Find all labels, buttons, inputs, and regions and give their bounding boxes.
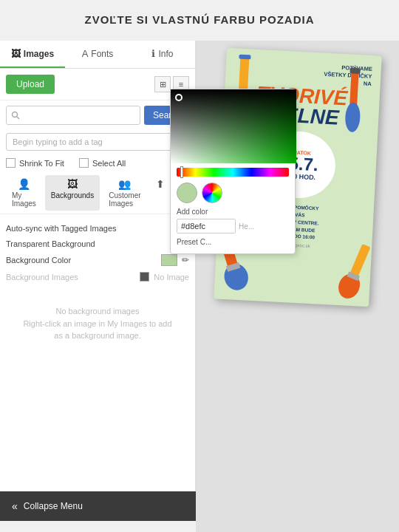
info-tab-icon: ℹ (151, 48, 155, 59)
hex-row: He... (171, 216, 295, 236)
tab-fonts[interactable]: A Fonts (65, 41, 130, 68)
shrink-to-fit-checkbox[interactable]: Shrink To Fit (6, 158, 64, 168)
select-all-checkbox[interactable]: Select All (79, 158, 126, 168)
add-color-label: Add color (171, 208, 295, 216)
color-swatch-row (171, 180, 295, 206)
bg-images-row: Background Images No Image (6, 269, 189, 284)
customer-icon: 👥 (118, 178, 131, 190)
collapse-menu-button[interactable]: « Collapse Menu (0, 491, 196, 521)
auto-sync-label: Auto-sync with Tagged Images (6, 224, 175, 233)
auto-sync-row: Auto-sync with Tagged Images (6, 220, 189, 236)
color-gradient[interactable] (171, 89, 296, 163)
brush-decoration-tr (334, 65, 375, 140)
select-all-label: Select All (92, 159, 126, 168)
backgrounds-icon: 🖼 (67, 178, 78, 190)
shrink-to-fit-label: Shrink To Fit (19, 159, 64, 168)
image-type-tabs: 👤 MyImages 🖼 Backgrounds 👥 CustomerImage… (0, 171, 195, 214)
tag-placeholder: Begin typing to add a tag (13, 137, 103, 146)
no-background-message: No background images Right-click an imag… (0, 290, 195, 357)
grid-view-button[interactable]: ⊞ (154, 76, 171, 92)
bg-color-row: Background Color ✏ (6, 251, 189, 269)
search-input[interactable] (6, 106, 140, 125)
backgrounds-tab[interactable]: 🖼 Backgrounds (45, 175, 100, 211)
bg-color-swatch[interactable] (161, 254, 177, 266)
hue-bar[interactable] (177, 168, 289, 177)
transparent-bg-row: Transparent Background (6, 236, 189, 251)
backgrounds-label: Backgrounds (51, 191, 94, 200)
color-cursor (175, 94, 183, 101)
tab-info[interactable]: ℹ Info (130, 41, 195, 68)
tab-info-label: Info (158, 49, 173, 59)
bg-images-label: Background Images (6, 273, 135, 282)
svg-rect-5 (349, 68, 360, 75)
preset-label: Preset C... (171, 236, 295, 248)
search-row: Search (0, 100, 195, 130)
checkboxes-row: Shrink To Fit Select All (0, 155, 195, 171)
hex-input[interactable] (177, 219, 236, 233)
tag-input[interactable]: Begin typing to add a tag ▼ (6, 133, 189, 151)
rainbow-swatch[interactable] (202, 183, 222, 203)
toolbar: Upload ⊞ ≡ (0, 69, 195, 100)
my-images-label: MyImages (12, 191, 36, 208)
left-panel: 🖼 Images A Fonts ℹ Info Upload ⊞ ≡ Searc… (0, 41, 196, 521)
upload-button[interactable]: Upload (6, 75, 55, 94)
no-image-label: No Image (154, 273, 189, 282)
my-images-tab[interactable]: 👤 MyImages (6, 175, 42, 211)
tabs-bar: 🖼 Images A Fonts ℹ Info (0, 41, 195, 69)
upload-icon: ⬆ (156, 178, 165, 190)
my-images-icon: 👤 (18, 178, 30, 190)
current-color-swatch[interactable] (177, 183, 197, 203)
svg-rect-3 (239, 55, 250, 60)
no-bg-line3: as a background image. (54, 331, 140, 340)
upload-tab[interactable]: ⬆ (150, 175, 171, 211)
svg-point-6 (344, 102, 361, 132)
transparent-bg-label: Transparent Background (6, 239, 175, 248)
customer-images-tab[interactable]: 👥 CustomerImages (103, 175, 146, 211)
images-tab-icon: 🖼 (11, 48, 21, 59)
pencil-icon[interactable]: ✏ (182, 255, 189, 265)
collapse-arrow-icon: « (12, 500, 18, 512)
bg-color-label: Background Color (6, 256, 157, 265)
fonts-tab-icon: A (82, 48, 89, 59)
hue-cursor (180, 166, 183, 178)
customer-label: CustomerImages (109, 191, 140, 208)
tab-images-label: Images (24, 49, 54, 59)
bg-images-checkbox[interactable] (140, 272, 149, 282)
options-section: Auto-sync with Tagged Images Transparent… (0, 214, 195, 290)
tab-fonts-label: Fonts (91, 49, 113, 59)
select-all-box (79, 158, 89, 168)
page-title: ZVOĽTE SI VLASTNÚ FARBU POZADIA (0, 0, 399, 33)
collapse-menu-label: Collapse Menu (24, 501, 83, 511)
tab-images[interactable]: 🖼 Images (0, 41, 65, 68)
no-bg-line2: Right-click an image in My Images to add (23, 319, 171, 328)
color-picker-popup: Add color He... Preset C... (170, 89, 296, 254)
tag-row: Begin typing to add a tag ▼ (0, 130, 195, 155)
shrink-to-fit-box (6, 158, 16, 168)
hex-label: He... (239, 222, 254, 231)
svg-rect-10 (349, 244, 370, 278)
no-bg-line1: No background images (55, 307, 139, 316)
